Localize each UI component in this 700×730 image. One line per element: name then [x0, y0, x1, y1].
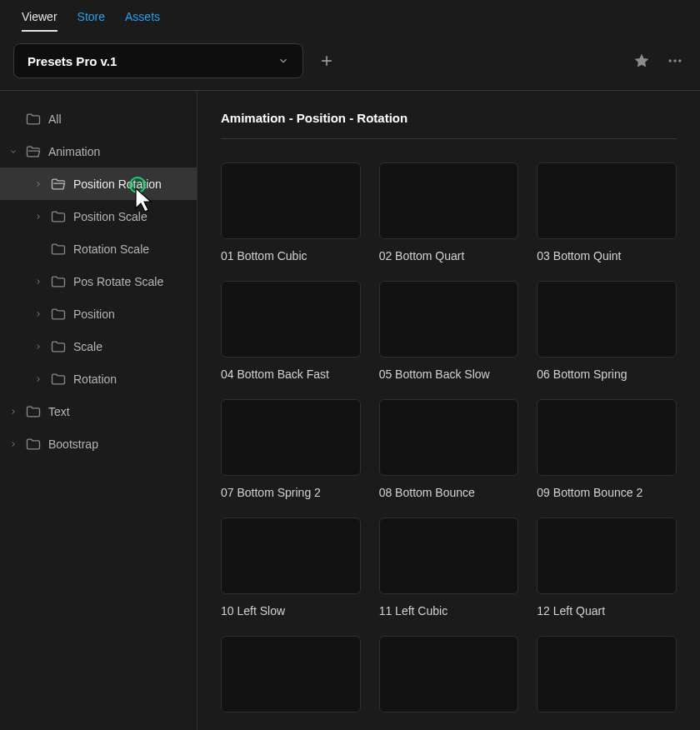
sidebar-item-label: Scale	[73, 340, 102, 353]
sidebar-item-position[interactable]: Position	[0, 298, 197, 330]
chevron-right-icon	[33, 310, 43, 318]
sidebar-item-label: Rotation	[73, 372, 117, 386]
preset-label: 11 Left Cubic	[379, 604, 519, 618]
sidebar: All Animation Position Rotation Position…	[0, 91, 198, 730]
preset-card[interactable]: 03 Bottom Quint	[537, 162, 677, 262]
preset-dropdown[interactable]: Presets Pro v.1	[13, 43, 303, 78]
folder-icon	[50, 241, 67, 258]
sidebar-item-rotation-scale[interactable]: Rotation Scale	[0, 232, 197, 265]
folder-open-icon	[50, 176, 67, 192]
preset-label: 06 Bottom Spring	[537, 368, 677, 381]
preset-card[interactable]: 11 Left Cubic	[379, 518, 519, 618]
preset-thumbnail	[221, 399, 361, 476]
preset-thumbnail	[221, 636, 361, 712]
preset-card[interactable]: 01 Bottom Cubic	[221, 162, 361, 262]
preset-thumbnail	[537, 281, 677, 358]
chevron-down-icon	[8, 148, 18, 156]
preset-thumbnail	[379, 281, 519, 358]
content: Amimation - Position - Rotation 01 Botto…	[198, 91, 700, 730]
preset-thumbnail	[537, 399, 677, 476]
preset-card[interactable]: 04 Bottom Back Fast	[221, 281, 361, 381]
sidebar-item-bootstrap[interactable]: Bootstrap	[0, 428, 197, 460]
preset-card[interactable]	[537, 636, 677, 712]
sidebar-item-text[interactable]: Text	[0, 395, 197, 428]
preset-card[interactable]: 07 Bottom Spring 2	[221, 399, 361, 499]
folder-icon	[50, 208, 67, 225]
toolbar: Presets Pro v.1	[0, 32, 700, 90]
favorite-button[interactable]	[630, 49, 653, 72]
preset-thumbnail	[379, 162, 519, 239]
preset-thumbnail	[379, 518, 519, 594]
preset-card[interactable]: 08 Bottom Bounce	[379, 399, 519, 499]
preset-card[interactable]: 12 Left Quart	[537, 518, 677, 618]
preset-label: 03 Bottom Quint	[537, 249, 677, 262]
more-button[interactable]	[663, 49, 687, 72]
preset-label: 09 Bottom Bounce 2	[537, 486, 677, 499]
tab-bar: Viewer Store Assets	[0, 0, 700, 32]
sidebar-item-label: Position Rotation	[73, 178, 162, 191]
preset-thumbnail	[221, 518, 361, 594]
folder-icon	[50, 371, 67, 388]
sidebar-item-animation[interactable]: Animation	[0, 135, 197, 168]
sidebar-item-scale[interactable]: Scale	[0, 330, 197, 362]
preset-card[interactable]	[379, 636, 519, 712]
folder-icon	[50, 338, 67, 355]
preset-card[interactable]: 09 Bottom Bounce 2	[537, 399, 677, 499]
sidebar-item-label: All	[48, 112, 62, 126]
sidebar-item-position-scale[interactable]: Position Scale	[0, 200, 197, 232]
preset-thumbnail	[379, 636, 519, 712]
preset-card[interactable]: 05 Bottom Back Slow	[379, 281, 519, 381]
preset-label: 05 Bottom Back Slow	[379, 368, 519, 381]
svg-point-5	[678, 59, 681, 62]
preset-thumbnail	[537, 162, 677, 239]
sidebar-item-position-rotation[interactable]: Position Rotation	[0, 168, 197, 200]
tab-assets[interactable]: Assets	[125, 10, 160, 32]
preset-card[interactable]: 06 Bottom Spring	[537, 281, 677, 381]
preset-thumbnail	[379, 399, 519, 476]
folder-icon	[50, 273, 67, 290]
chevron-right-icon	[33, 375, 43, 383]
preset-label: 12 Left Quart	[537, 604, 677, 618]
sidebar-item-all[interactable]: All	[0, 102, 197, 135]
chevron-right-icon	[33, 180, 43, 188]
sidebar-item-label: Rotation Scale	[73, 242, 149, 256]
chevron-down-icon	[278, 55, 289, 67]
main: All Animation Position Rotation Position…	[0, 91, 700, 730]
tab-store[interactable]: Store	[78, 10, 105, 32]
sidebar-item-label: Pos Rotate Scale	[73, 275, 163, 288]
preset-thumbnail	[221, 281, 361, 358]
svg-point-3	[669, 59, 672, 62]
folder-icon	[25, 436, 42, 452]
preset-card[interactable]: 02 Bottom Quart	[379, 162, 519, 262]
preset-label: 08 Bottom Bounce	[379, 486, 519, 499]
svg-marker-2	[635, 54, 649, 68]
chevron-right-icon	[33, 278, 43, 286]
chevron-right-icon	[33, 212, 43, 221]
sidebar-item-pos-rotate-scale[interactable]: Pos Rotate Scale	[0, 265, 197, 298]
chevron-right-icon	[33, 342, 43, 351]
preset-card[interactable]	[221, 636, 361, 712]
preset-card[interactable]: 10 Left Slow	[221, 518, 361, 618]
folder-icon	[25, 403, 42, 420]
folder-icon	[25, 111, 42, 128]
preset-label: 02 Bottom Quart	[379, 249, 519, 262]
sidebar-item-label: Position	[73, 308, 115, 321]
preset-dropdown-label: Presets Pro v.1	[28, 54, 117, 68]
svg-point-4	[673, 59, 676, 62]
tab-viewer[interactable]: Viewer	[22, 10, 58, 32]
chevron-right-icon	[8, 440, 18, 448]
content-title: Amimation - Position - Rotation	[221, 111, 677, 139]
preset-label: 01 Bottom Cubic	[221, 249, 361, 262]
sidebar-item-label: Text	[48, 405, 70, 418]
folder-open-icon	[25, 143, 42, 160]
preset-label: 10 Left Slow	[221, 604, 361, 618]
sidebar-item-label: Animation	[48, 145, 100, 158]
add-button[interactable]	[315, 49, 338, 72]
sidebar-item-rotation[interactable]: Rotation	[0, 362, 197, 395]
preset-grid: 01 Bottom Cubic02 Bottom Quart03 Bottom …	[221, 162, 677, 712]
preset-label: 04 Bottom Back Fast	[221, 368, 361, 381]
preset-thumbnail	[537, 518, 677, 594]
preset-label: 07 Bottom Spring 2	[221, 486, 361, 499]
folder-icon	[50, 306, 67, 322]
chevron-right-icon	[8, 408, 18, 416]
